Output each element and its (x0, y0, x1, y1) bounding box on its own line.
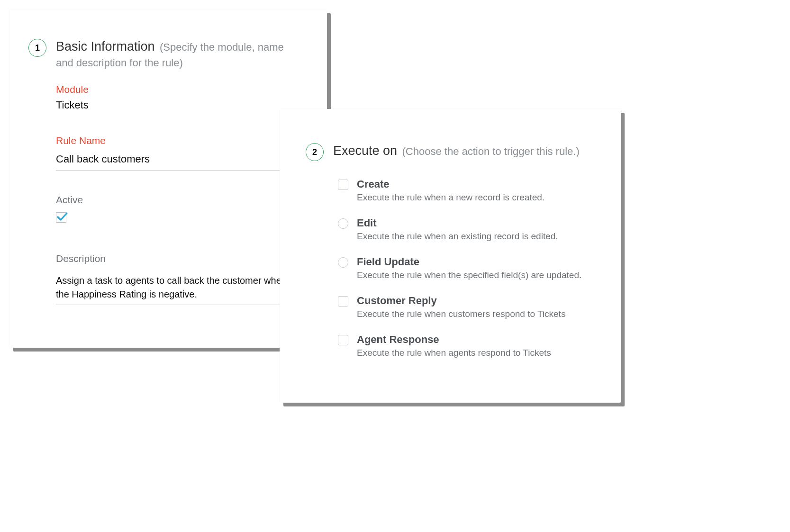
checkmark-icon (56, 211, 68, 223)
step2-title-row: Execute on (Choose the action to trigger… (333, 142, 592, 160)
option-customer-reply[interactable]: Customer Reply Execute the rule when cus… (338, 295, 592, 319)
execute-on-options: Create Execute the rule when a new recor… (338, 178, 592, 358)
active-label: Active (56, 194, 299, 206)
description-input[interactable] (56, 271, 299, 305)
module-field: Module Tickets (56, 84, 299, 111)
active-checkbox[interactable] (56, 212, 66, 223)
option-agent-response[interactable]: Agent Response Execute the rule when age… (338, 334, 592, 358)
step2-title: Execute on (333, 144, 397, 158)
radio-icon[interactable] (338, 218, 348, 229)
execute-on-card: 2 Execute on (Choose the action to trigg… (280, 109, 621, 403)
step1-badge: 1 (28, 39, 46, 57)
checkbox-icon[interactable] (338, 335, 348, 345)
option-desc: Execute the rule when an existing record… (357, 231, 592, 242)
description-field: Description (56, 253, 299, 307)
option-edit[interactable]: Edit Execute the rule when an existing r… (338, 217, 592, 242)
description-label: Description (56, 253, 299, 264)
step1-title: Basic Information (56, 39, 155, 54)
module-label: Module (56, 84, 299, 95)
step2-header: 2 Execute on (Choose the action to trigg… (306, 142, 592, 161)
step2-badge: 2 (306, 143, 324, 161)
step2-hint: (Choose the action to trigger this rule.… (402, 145, 580, 157)
rulename-input[interactable] (56, 150, 299, 171)
radio-icon[interactable] (338, 257, 348, 268)
module-value: Tickets (56, 99, 299, 111)
option-field-update[interactable]: Field Update Execute the rule when the s… (338, 256, 592, 280)
step1-title-row: Basic Information (Specify the module, n… (56, 38, 299, 71)
option-body: Edit Execute the rule when an existing r… (357, 217, 592, 242)
option-desc: Execute the rule when a new record is cr… (357, 192, 592, 203)
option-title: Edit (357, 217, 592, 229)
option-body: Agent Response Execute the rule when age… (357, 334, 592, 358)
rulename-field: Rule Name (56, 135, 299, 171)
option-body: Customer Reply Execute the rule when cus… (357, 295, 592, 319)
option-body: Field Update Execute the rule when the s… (357, 256, 592, 280)
checkbox-icon[interactable] (338, 180, 348, 190)
option-title: Agent Response (357, 334, 592, 346)
option-title: Customer Reply (357, 295, 592, 307)
rulename-label: Rule Name (56, 135, 299, 146)
checkbox-icon[interactable] (338, 296, 348, 307)
option-desc: Execute the rule when agents respond to … (357, 348, 592, 358)
option-desc: Execute the rule when customers respond … (357, 309, 592, 319)
active-field: Active (56, 194, 299, 225)
step1-header: 1 Basic Information (Specify the module,… (28, 38, 299, 71)
option-title: Field Update (357, 256, 592, 268)
option-body: Create Execute the rule when a new recor… (357, 178, 592, 203)
option-desc: Execute the rule when the specified fiel… (357, 270, 592, 280)
option-title: Create (357, 178, 592, 190)
option-create[interactable]: Create Execute the rule when a new recor… (338, 178, 592, 203)
